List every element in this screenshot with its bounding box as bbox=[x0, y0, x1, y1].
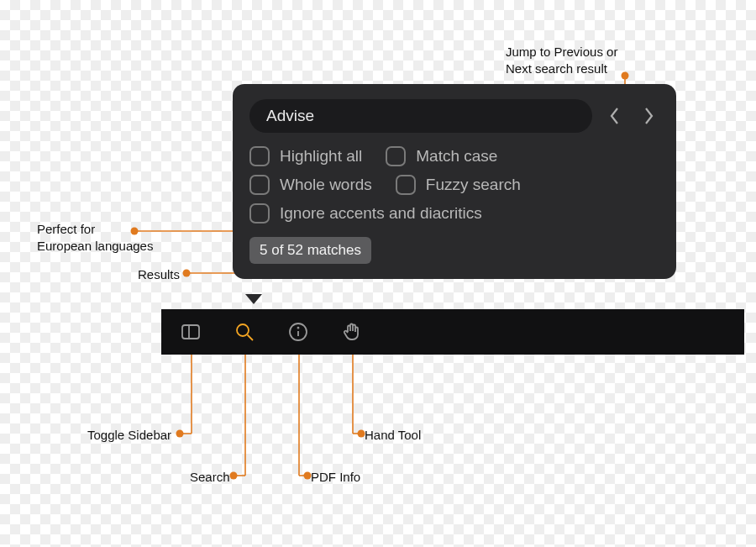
option-fuzzy-search[interactable]: Fuzzy search bbox=[396, 175, 521, 195]
option-label: Match case bbox=[416, 147, 497, 166]
checkbox-icon bbox=[249, 175, 270, 195]
chevron-left-icon bbox=[609, 107, 621, 125]
annotation-dot bbox=[358, 430, 365, 438]
svg-point-17 bbox=[298, 328, 299, 329]
popover-tail bbox=[245, 294, 262, 304]
sidebar-icon bbox=[180, 321, 202, 343]
option-ignore-accents[interactable]: Ignore accents and diacritics bbox=[249, 203, 482, 224]
option-whole-words[interactable]: Whole words bbox=[249, 175, 372, 195]
checkbox-icon bbox=[249, 203, 270, 224]
annotation-hand-tool: Hand Tool bbox=[365, 427, 421, 444]
annotation-dot bbox=[183, 270, 191, 277]
svg-line-14 bbox=[248, 335, 254, 341]
checkbox-icon bbox=[249, 146, 270, 166]
svg-rect-11 bbox=[182, 325, 199, 339]
option-label: Whole words bbox=[280, 176, 372, 194]
annotation-search: Search bbox=[190, 469, 230, 486]
annotation-results: Results bbox=[138, 266, 180, 283]
info-icon bbox=[287, 321, 309, 343]
annotation-dot bbox=[230, 472, 238, 480]
hand-tool-button[interactable] bbox=[338, 318, 366, 346]
option-label: Ignore accents and diacritics bbox=[280, 204, 482, 223]
search-popover: Highlight all Match case Whole words Fuz… bbox=[233, 84, 676, 279]
annotation-dot bbox=[622, 72, 629, 80]
annotation-jump-prev-next: Jump to Previous or Next search result bbox=[506, 44, 617, 78]
toggle-sidebar-button[interactable] bbox=[176, 318, 205, 346]
option-label: Fuzzy search bbox=[426, 176, 521, 194]
annotation-accents: Perfect for European languages bbox=[37, 221, 153, 255]
annotation-dot bbox=[176, 430, 184, 438]
prev-result-button[interactable] bbox=[604, 105, 626, 127]
next-result-button[interactable] bbox=[638, 105, 659, 127]
search-input[interactable] bbox=[249, 99, 592, 133]
option-label: Highlight all bbox=[280, 147, 362, 166]
chevron-right-icon bbox=[643, 107, 654, 125]
svg-point-13 bbox=[237, 324, 249, 336]
pdf-info-button[interactable] bbox=[284, 318, 312, 346]
pdf-toolbar bbox=[161, 309, 744, 355]
annotation-pdf-info: PDF Info bbox=[311, 469, 360, 486]
search-icon bbox=[234, 321, 255, 343]
checkbox-icon bbox=[386, 146, 406, 166]
option-highlight-all[interactable]: Highlight all bbox=[249, 146, 362, 166]
checkbox-icon bbox=[396, 175, 416, 195]
annotation-toggle-sidebar: Toggle Sidebar bbox=[87, 427, 171, 444]
annotation-dot bbox=[304, 472, 312, 480]
annotation-dot bbox=[131, 228, 139, 235]
search-result-count: 5 of 52 matches bbox=[249, 237, 371, 264]
search-button[interactable] bbox=[230, 318, 259, 346]
hand-icon bbox=[341, 321, 363, 343]
option-match-case[interactable]: Match case bbox=[386, 146, 497, 166]
